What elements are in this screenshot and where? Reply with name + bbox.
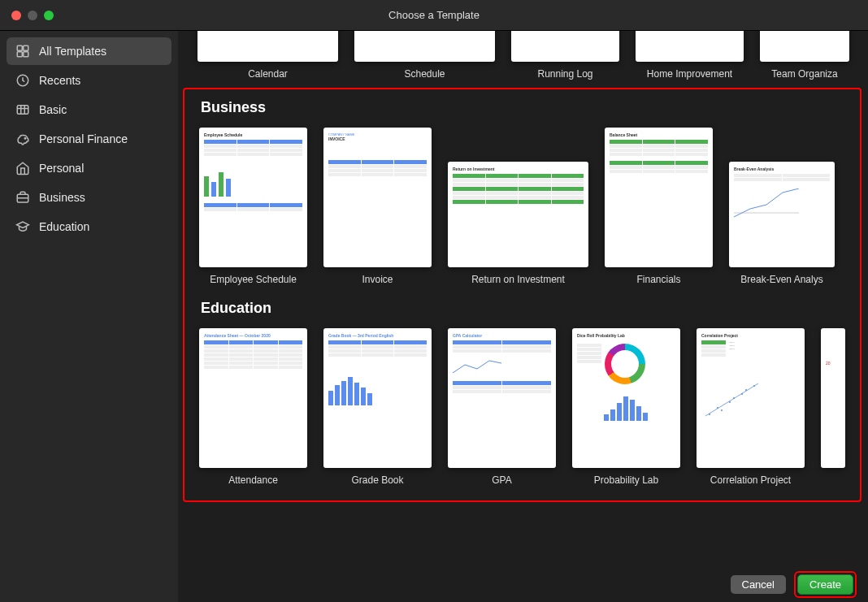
create-button[interactable]: Create: [797, 574, 853, 595]
template-label: Schedule: [404, 68, 445, 80]
template-team-organization[interactable]: Team Organiza: [760, 31, 849, 80]
graduation-cap-icon: [15, 219, 31, 235]
template-row-partial: Calendar Schedule 31.854.356m 54s Runnin…: [197, 31, 868, 80]
bottom-bar: Cancel Create: [178, 566, 868, 602]
sidebar-item-all-templates[interactable]: All Templates: [7, 37, 171, 65]
template-thumb: Break-Even Analysis: [729, 162, 835, 267]
template-calendar[interactable]: Calendar: [197, 31, 338, 80]
template-thumb: [636, 31, 744, 62]
close-window-button[interactable]: [11, 11, 21, 20]
template-thumb: 31.854.356m 54s: [511, 31, 619, 62]
section-education: Education Attendance Sheet — October 202…: [199, 300, 860, 486]
window-title: Choose a Template: [388, 9, 480, 21]
template-thumb: Balance Sheet: [605, 128, 713, 267]
template-employee-schedule[interactable]: Employee Schedule Employee Schedule: [199, 128, 307, 285]
template-probability-lab[interactable]: Dice Roll Probability Lab Probability La…: [572, 328, 680, 486]
template-scroll-area[interactable]: Calendar Schedule 31.854.356m 54s Runnin…: [178, 31, 868, 566]
sidebar-item-business[interactable]: Business: [7, 184, 171, 211]
svg-rect-0: [17, 45, 22, 50]
titlebar: Choose a Template: [0, 0, 868, 31]
template-label: Attendance: [228, 474, 278, 486]
template-label: Return on Investment: [471, 274, 565, 285]
sidebar-item-recents[interactable]: Recents: [7, 67, 171, 94]
briefcase-icon: [15, 189, 31, 206]
clock-icon: [15, 72, 31, 89]
sidebar-item-label: All Templates: [39, 45, 106, 58]
template-invoice[interactable]: COMPANY NAMEINVOICE Invoice: [323, 128, 432, 285]
sidebar-item-label: Basic: [39, 103, 67, 116]
template-label: Invoice: [362, 274, 393, 285]
template-thumb: Dice Roll Probability Lab: [572, 328, 680, 468]
sidebar-item-label: Personal Finance: [39, 132, 128, 145]
section-business: Business Employee Schedule Employee Sche…: [199, 99, 860, 285]
sidebar-item-label: Business: [39, 191, 85, 204]
svg-point-6: [24, 138, 26, 140]
template-thumb: [354, 31, 495, 62]
template-thumb: [197, 31, 338, 62]
template-correlation-project[interactable]: Correlation Project.....................…: [697, 328, 805, 486]
template-label: Home Improvement: [647, 68, 732, 80]
svg-rect-2: [17, 52, 22, 57]
table-icon: [15, 102, 31, 118]
svg-point-10: [721, 409, 723, 411]
template-thumb: Employee Schedule: [199, 128, 307, 267]
template-thumb: [760, 31, 849, 62]
template-partial-cutoff[interactable]: 20: [821, 328, 845, 486]
template-label: Grade Book: [351, 474, 403, 486]
template-label: Running Log: [537, 68, 592, 80]
sidebar-item-label: Education: [39, 220, 89, 233]
svg-rect-3: [24, 52, 28, 57]
template-label: Calendar: [248, 68, 288, 80]
sidebar: All Templates Recents Basic Personal Fin…: [0, 31, 178, 602]
template-financials[interactable]: Balance Sheet Financials: [605, 128, 713, 285]
section-header: Education: [201, 300, 860, 317]
sidebar-item-basic[interactable]: Basic: [7, 96, 171, 123]
template-attendance[interactable]: Attendance Sheet — October 2020 Attendan…: [199, 328, 307, 486]
minimize-window-button[interactable]: [28, 11, 37, 20]
home-icon: [15, 160, 31, 176]
template-thumb: COMPANY NAMEINVOICE: [323, 128, 432, 267]
template-label: GPA: [492, 474, 511, 486]
sidebar-item-personal-finance[interactable]: Personal Finance: [7, 125, 171, 153]
piggy-bank-icon: [15, 131, 31, 147]
template-label: Correlation Project: [710, 474, 791, 486]
template-label: Break-Even Analys: [740, 274, 822, 285]
template-roi[interactable]: Return on Investment Return on Investmen…: [448, 128, 588, 285]
template-thumb: 20: [821, 328, 845, 468]
fullscreen-window-button[interactable]: [44, 11, 54, 20]
template-grade-book[interactable]: Grade Book — 3rd Period English Grade Bo…: [323, 328, 432, 486]
sidebar-item-label: Personal: [39, 162, 84, 175]
sidebar-item-personal[interactable]: Personal: [7, 154, 171, 182]
template-thumb: Grade Book — 3rd Period English: [323, 328, 432, 468]
template-thumb: Attendance Sheet — October 2020: [199, 328, 307, 468]
highlight-business-education: Business Employee Schedule Employee Sche…: [183, 88, 861, 502]
template-label: Team Organiza: [771, 68, 837, 80]
template-thumb: Return on Investment: [448, 162, 588, 267]
svg-line-16: [705, 383, 758, 416]
template-gpa[interactable]: GPA Calculator GPA: [448, 328, 556, 486]
svg-rect-1: [24, 45, 28, 50]
template-label: Employee Schedule: [210, 274, 297, 285]
template-thumb: Correlation Project.....................…: [697, 328, 805, 468]
template-thumb: GPA Calculator: [448, 328, 556, 468]
template-schedule[interactable]: Schedule: [354, 31, 495, 80]
grid-icon: [15, 43, 31, 59]
section-header: Business: [201, 99, 860, 116]
cancel-button[interactable]: Cancel: [731, 575, 786, 594]
template-label: Probability Lab: [594, 474, 658, 486]
sidebar-item-label: Recents: [39, 74, 80, 87]
content-area: Calendar Schedule 31.854.356m 54s Runnin…: [178, 31, 868, 602]
highlight-create-button: Create: [794, 571, 857, 598]
template-home-improvement[interactable]: Home Improvement: [636, 31, 744, 80]
template-running-log[interactable]: 31.854.356m 54s Running Log: [511, 31, 619, 80]
sidebar-item-education[interactable]: Education: [7, 213, 171, 240]
template-break-even[interactable]: Break-Even Analysis Break-Even Analys: [729, 128, 835, 285]
window-controls: [0, 11, 54, 20]
svg-rect-5: [17, 106, 28, 115]
template-label: Financials: [636, 274, 680, 285]
